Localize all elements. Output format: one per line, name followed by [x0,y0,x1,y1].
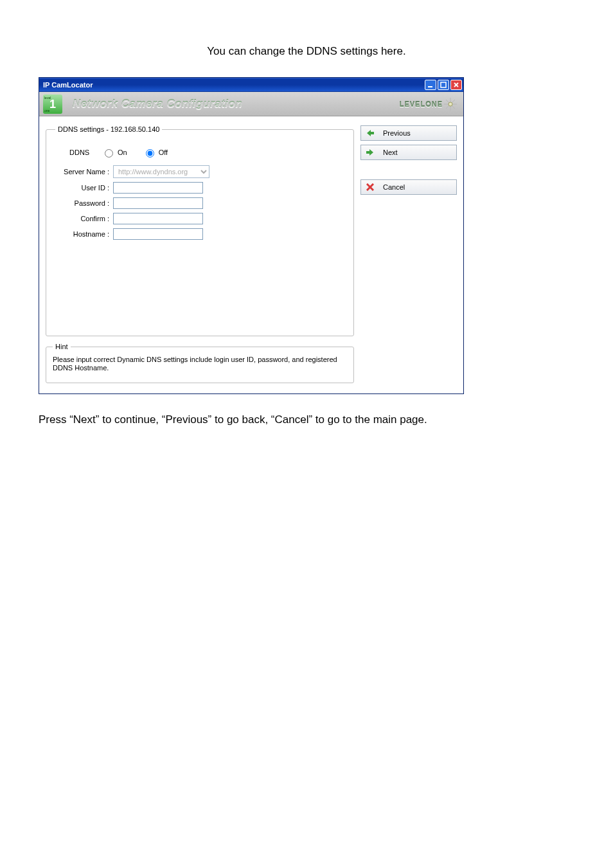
minimize-icon [427,82,434,88]
arrow-left-icon [365,128,375,138]
svg-rect-1 [441,82,446,87]
hostname-input[interactable] [113,228,203,240]
userid-label: User ID : [55,184,113,192]
svg-rect-8 [370,132,374,134]
titlebar: IP CamLocator [39,78,463,92]
hint-groupbox: Hint Please input correct Dynamic DNS se… [46,343,354,383]
ddns-off-option[interactable]: Off [143,147,168,158]
intro-text: You can change the DDNS settings here. [39,45,574,58]
ddns-radio-group: On Off [102,147,168,158]
ddns-off-label: Off [159,149,168,156]
ddns-groupbox: DDNS settings - 192.168.50.140 DDNS On [46,125,354,336]
ddns-off-radio[interactable] [146,149,154,158]
svg-marker-10 [369,149,373,156]
brand-logo-icon: level 1 one [43,95,62,114]
ddns-label: DDNS [69,149,102,156]
next-button[interactable]: Next [360,145,457,160]
brand-burst-icon [444,98,457,111]
maximize-button[interactable] [438,80,449,90]
window-client: level 1 one Network Camera Configuration… [39,92,463,393]
svg-rect-0 [428,86,432,87]
password-label: Password : [55,199,113,207]
confirm-label: Confirm : [55,215,113,222]
page-title: Network Camera Configuration [62,98,400,111]
hostname-label: Hostname : [55,230,113,238]
previous-button[interactable]: Previous [360,125,457,141]
server-name-label: Server Name : [55,168,113,176]
password-input[interactable] [113,197,203,209]
svg-point-6 [449,102,452,106]
brand-text: LEVELONE [400,100,443,108]
hint-legend: Hint [53,343,71,350]
window-title: IP CamLocator [42,81,423,89]
server-name-select[interactable]: http://www.dyndns.org [113,165,209,178]
instruction-text: Press “Next” to continue, “Previous” to … [39,413,574,426]
userid-input[interactable] [113,182,203,194]
ddns-on-radio[interactable] [105,149,113,158]
previous-label: Previous [383,129,451,137]
button-spacer [360,164,457,179]
close-button[interactable] [450,80,462,90]
header-band: level 1 one Network Camera Configuration… [39,92,463,116]
maximize-icon [440,82,447,88]
close-icon [453,82,459,88]
ddns-on-label: On [118,149,127,156]
groupbox-legend: DDNS settings - 192.168.50.140 [55,125,162,133]
brand-area: LEVELONE [400,98,457,111]
ddns-on-option[interactable]: On [102,147,127,158]
app-window: IP CamLocator level 1 one Network Camera… [39,77,464,394]
minimize-button[interactable] [425,80,436,90]
next-label: Next [383,149,451,156]
cancel-label: Cancel [383,183,451,191]
cancel-button[interactable]: Cancel [360,179,457,195]
cancel-icon [365,182,375,192]
hint-text: Please input correct Dynamic DNS setting… [53,356,347,372]
arrow-right-icon [365,147,375,158]
confirm-input[interactable] [113,213,203,224]
